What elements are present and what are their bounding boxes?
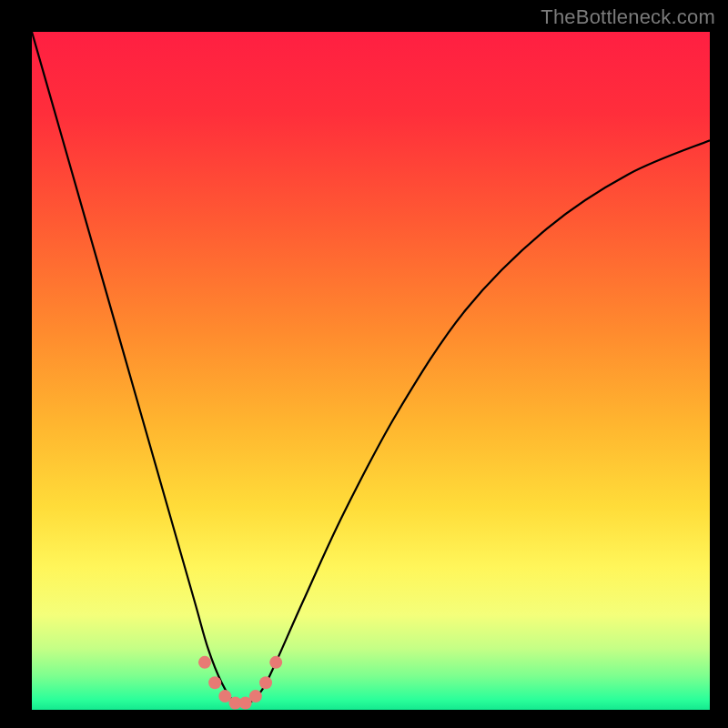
optimal-dot	[259, 676, 272, 689]
optimal-dot	[198, 656, 211, 669]
bottleneck-curve	[32, 32, 710, 705]
optimal-dot	[249, 690, 262, 703]
optimal-region-dots	[198, 656, 282, 710]
chart-svg	[32, 32, 710, 710]
plot-area	[32, 32, 710, 710]
optimal-dot	[208, 676, 221, 689]
optimal-dot	[269, 656, 282, 669]
watermark-text: TheBottleneck.com	[541, 5, 715, 29]
chart-frame: TheBottleneck.com	[0, 0, 728, 728]
